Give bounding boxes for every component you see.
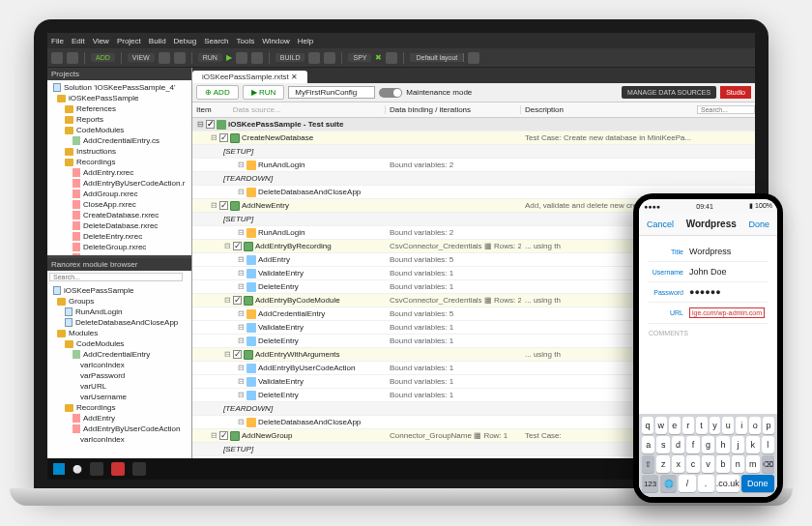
module-item[interactable]: AddEntry [49, 413, 189, 424]
tc-row[interactable]: ⊟CreateNewDatabaseTest Case: Create new … [192, 132, 755, 145]
key-p[interactable]: p [763, 417, 774, 434]
cs-file[interactable]: AddCredentialEntry.cs [49, 135, 189, 146]
key-s[interactable]: s [656, 436, 669, 453]
keyboard-done[interactable]: Done [741, 475, 774, 492]
browser-tree[interactable]: iOSKeePassSampleGroupsRunAndLoginDeleteD… [47, 283, 191, 458]
maintenance-toggle[interactable] [379, 88, 402, 98]
recordings-node[interactable]: Recordings [49, 157, 189, 167]
pause-icon[interactable] [236, 52, 247, 64]
key-v[interactable]: v [702, 455, 714, 473]
recording-file[interactable]: DeleteGroup.rxrec [49, 242, 189, 252]
recording-file[interactable]: AddEntryByUserCodeAction.r [49, 178, 189, 189]
references-node[interactable]: References [49, 103, 189, 114]
num-key[interactable]: 123 [642, 475, 658, 492]
search-icon[interactable]: ⚪ [72, 465, 82, 474]
key-g[interactable]: g [702, 436, 714, 453]
suite-add-button[interactable]: ⊕ ADD [196, 85, 239, 100]
projects-tree[interactable]: Solution 'iOSKeePassSample_4'iOSKeePassS… [47, 80, 191, 255]
key-a[interactable]: a [642, 436, 654, 453]
form-row[interactable]: TitleWordpress [649, 242, 768, 262]
recordings-node[interactable]: Recordings [49, 402, 189, 413]
view-dropdown[interactable]: VIEW [128, 53, 155, 62]
project-node[interactable]: iOSKeePassSample [49, 93, 189, 103]
menu-search[interactable]: Search [204, 37, 228, 45]
key-z[interactable]: z [656, 455, 669, 473]
recording-file[interactable]: AddGroup.rxrec [49, 189, 189, 199]
add-dropdown[interactable]: ADD [91, 53, 115, 62]
layout-select[interactable]: Default layout [410, 53, 464, 62]
checkbox[interactable] [233, 350, 242, 359]
key-n[interactable]: n [732, 455, 744, 473]
checkbox[interactable] [219, 431, 228, 440]
menu-file[interactable]: File [51, 37, 64, 45]
mod-row[interactable]: ⊟RunAndLoginBound variables: 2 [192, 159, 755, 172]
checkbox[interactable] [206, 120, 215, 129]
variable-item[interactable]: varIconIndex [49, 360, 189, 370]
col-binding[interactable]: Data binding / iterations [386, 105, 521, 114]
key-b[interactable]: b [716, 455, 729, 473]
menu-view[interactable]: View [93, 37, 109, 45]
taskbar-app[interactable] [111, 462, 125, 476]
key-r[interactable]: r [682, 417, 694, 434]
reports-node[interactable]: Reports [49, 114, 189, 125]
play-icon[interactable]: ▶ [226, 53, 232, 62]
groups-node[interactable]: Groups [49, 296, 189, 307]
nav-fwd-icon[interactable] [67, 52, 78, 64]
recording-file[interactable]: DeleteEntry.rxrec [49, 231, 189, 242]
dot-key[interactable]: . [698, 475, 714, 492]
key-i[interactable]: i [736, 417, 747, 434]
editor-tab[interactable]: iOSKeePassSample.rxtst ✕ [192, 71, 307, 83]
col-item[interactable]: Item [196, 105, 212, 114]
browser-search[interactable] [49, 273, 183, 281]
start-button[interactable] [53, 463, 65, 475]
recording-file[interactable]: DeleteDatabase.rxrec [49, 220, 189, 231]
variable-item[interactable]: varURL [49, 381, 189, 392]
key-f[interactable]: f [686, 436, 699, 453]
spy-icon[interactable]: ✖ [375, 53, 382, 62]
delete-key[interactable]: ⌫ [762, 455, 774, 473]
view-icon[interactable] [174, 52, 186, 64]
checkbox[interactable] [233, 242, 242, 250]
menu-tools[interactable]: Tools [237, 37, 255, 45]
checkbox[interactable] [219, 201, 228, 210]
layout-icon[interactable] [468, 52, 479, 64]
group-item[interactable]: RunAndLogin [49, 307, 189, 317]
view-icon[interactable] [159, 52, 170, 64]
menu-debug[interactable]: Debug [174, 37, 197, 45]
col-ds[interactable]: Data source... [233, 105, 281, 114]
group-item[interactable]: DeleteDatabaseAndCloseApp [49, 317, 189, 328]
variable-item[interactable]: varIconIndex [49, 434, 189, 445]
build-icon[interactable] [308, 52, 320, 64]
cancel-button[interactable]: Cancel [647, 219, 674, 229]
key-w[interactable]: w [655, 417, 667, 434]
key-e[interactable]: e [669, 417, 681, 434]
module-item[interactable]: AddCredentialEntry [49, 349, 189, 360]
form-row[interactable]: UsernameJohn Doe [649, 262, 768, 282]
codemodules-node[interactable]: CodeModules [49, 338, 189, 349]
checkbox[interactable] [219, 133, 228, 142]
recording-file[interactable]: CreateDatabase.rxrec [49, 210, 189, 220]
globe-key[interactable]: 🌐 [660, 475, 677, 492]
key-h[interactable]: h [716, 436, 729, 453]
grid-search[interactable] [697, 105, 755, 114]
menu-build[interactable]: Build [149, 37, 166, 45]
key-y[interactable]: y [710, 417, 721, 434]
module-item[interactable]: AddEntryByUserCodeAction [49, 424, 189, 434]
key-q[interactable]: q [642, 417, 653, 434]
key-l[interactable]: l [762, 436, 774, 453]
suite-row[interactable]: ⊟iOSKeePassSample - Test suite [192, 118, 755, 132]
col-desc[interactable]: Description [521, 105, 697, 114]
menu-help[interactable]: Help [298, 37, 313, 45]
taskbar-app[interactable] [132, 462, 146, 476]
build-icon[interactable] [324, 52, 335, 64]
checkbox[interactable] [233, 296, 242, 305]
nav-back-icon[interactable] [51, 52, 63, 64]
key-j[interactable]: j [732, 436, 744, 453]
codemodules-node[interactable]: CodeModules [49, 125, 189, 135]
form-row[interactable]: Password●●●●●● [649, 282, 768, 303]
taskbar-app[interactable] [90, 462, 103, 476]
stop-icon[interactable] [251, 52, 263, 64]
key-k[interactable]: k [746, 436, 759, 453]
st-row[interactable]: [TEARDOWN] [192, 172, 755, 186]
slash-key[interactable]: / [679, 475, 695, 492]
